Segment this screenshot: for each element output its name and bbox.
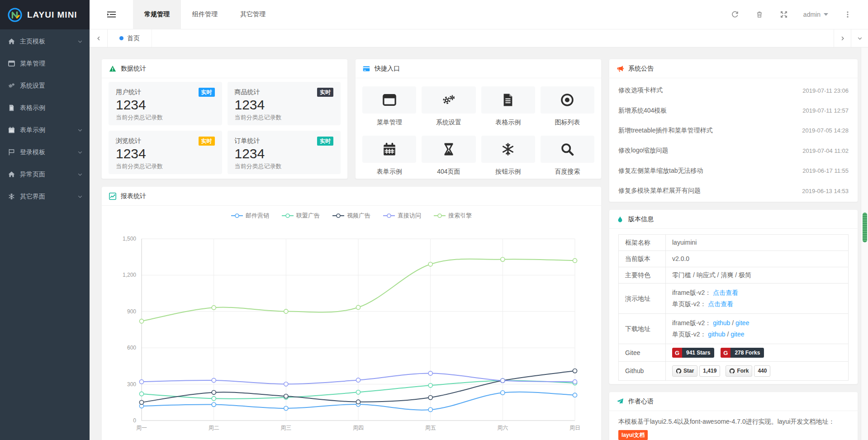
gitee-badge[interactable]: G941 Stars bbox=[672, 348, 714, 358]
announcement-date: 2019-07-04 11:02 bbox=[802, 147, 849, 154]
tab-operations-button[interactable] bbox=[851, 29, 868, 47]
github-count[interactable]: 1,419 bbox=[699, 365, 720, 377]
github-fork-button[interactable]: Fork bbox=[726, 365, 752, 377]
svg-text:1,200: 1,200 bbox=[123, 272, 136, 278]
version-link[interactable]: 点击查看 bbox=[713, 289, 738, 296]
quick-entry-label: 表格示例 bbox=[481, 118, 535, 127]
report-chart[interactable]: 03006009001,2001,500周一周二周三周四周五周六周日 bbox=[102, 206, 601, 440]
svg-text:周日: 周日 bbox=[569, 425, 580, 431]
stat-box-2: 商品统计实时1234当前分类总记录数 bbox=[228, 82, 341, 125]
quick-entry-label: 图标列表 bbox=[541, 118, 594, 127]
quick-entry-8[interactable]: 百度搜索 bbox=[541, 136, 594, 176]
file-icon bbox=[8, 104, 20, 111]
legend-item-2[interactable]: 联盟广告 bbox=[282, 212, 320, 220]
quick-entry-5[interactable]: 表单示例 bbox=[362, 136, 416, 176]
announcement-item-5[interactable]: 修复左侧菜单缩放tab无法移动2019-06-17 11:55 bbox=[618, 161, 849, 181]
version-row-value: layuimini bbox=[666, 235, 849, 251]
github-star-button[interactable]: Star bbox=[672, 365, 697, 377]
main-area: 常规管理组件管理其它管理 admin 首页 bbox=[90, 0, 868, 440]
quick-entry-6[interactable]: 404页面 bbox=[422, 136, 475, 176]
hamburger-icon bbox=[107, 11, 116, 18]
snowflake-icon bbox=[8, 193, 20, 200]
clear-cache-button[interactable] bbox=[747, 11, 772, 18]
tab-scroll-left-button[interactable] bbox=[90, 29, 108, 47]
author-line1: 本模板基于layui2.5.4以及font-awesome-4.7.0进行实现。… bbox=[618, 418, 835, 425]
legend-label: 视频广告 bbox=[347, 212, 370, 220]
window-icon bbox=[362, 86, 416, 114]
brand-logo[interactable]: LAYUI MINI bbox=[0, 0, 90, 29]
sidebar-item-4[interactable]: 表格示例 bbox=[0, 97, 90, 119]
chevron-down-icon bbox=[77, 128, 83, 133]
version-link[interactable]: github bbox=[713, 319, 730, 326]
sidebar-item-2[interactable]: 菜单管理 bbox=[0, 52, 90, 75]
sidebar-item-6[interactable]: 登录模板 bbox=[0, 141, 90, 163]
user-dropdown[interactable]: admin bbox=[796, 11, 835, 18]
tabbar-spacer bbox=[152, 29, 834, 47]
version-link[interactable]: github bbox=[708, 331, 725, 338]
quick-entry-3[interactable]: 表格示例 bbox=[481, 86, 535, 127]
more-menu-button[interactable] bbox=[835, 11, 860, 18]
sidebar-item-5[interactable]: 表单示例 bbox=[0, 119, 90, 141]
announcement-item-6[interactable]: 修复多模块菜单栏展开有问题2019-06-13 14:53 bbox=[618, 181, 849, 201]
github-button-label: Fork bbox=[737, 367, 749, 375]
report-chart-body: 邮件营销联盟广告视频广告直接访问搜索引擎 03006009001,2001,50… bbox=[102, 206, 601, 440]
quick-entry-1[interactable]: 菜单管理 bbox=[362, 86, 416, 127]
quick-entry-4[interactable]: 图标列表 bbox=[541, 86, 594, 127]
svg-text:周二: 周二 bbox=[209, 425, 219, 431]
sidebar-item-7[interactable]: 异常页面 bbox=[0, 163, 90, 185]
stat-label: 用户统计 bbox=[116, 88, 141, 96]
card-title: 系统公告 bbox=[628, 65, 654, 73]
quick-entry-7[interactable]: 按钮示例 bbox=[481, 136, 535, 176]
system-announcement-card: 系统公告 修改选项卡样式2019-07-11 23:06新增系统404模板201… bbox=[609, 59, 858, 202]
version-row-1: 框架名称layuimini bbox=[619, 235, 849, 251]
collapse-sidebar-button[interactable] bbox=[90, 0, 133, 29]
svg-text:周六: 周六 bbox=[497, 425, 508, 431]
tab-home[interactable]: 首页 bbox=[108, 29, 152, 47]
tab-scroll-right-button[interactable] bbox=[834, 29, 851, 47]
version-link[interactable]: gitee bbox=[730, 331, 744, 338]
legend-item-3[interactable]: 视频广告 bbox=[332, 212, 370, 220]
version-row-value: iframe版-v2： github / gitee单页版-v2： github… bbox=[666, 314, 849, 344]
card-title: 作者心语 bbox=[628, 397, 654, 406]
calendar-icon bbox=[362, 136, 416, 163]
quick-entry-2[interactable]: 系统设置 bbox=[422, 86, 475, 127]
chevron-down-icon bbox=[77, 39, 83, 44]
version-link[interactable]: gitee bbox=[735, 319, 749, 326]
fullscreen-button[interactable] bbox=[772, 11, 796, 18]
scrollbar-thumb[interactable] bbox=[863, 213, 867, 242]
legend-item-4[interactable]: 直接访问 bbox=[383, 212, 421, 220]
gitee-logo-icon: G bbox=[721, 348, 730, 358]
refresh-button[interactable] bbox=[723, 11, 747, 18]
module-tabs: 常规管理组件管理其它管理 bbox=[133, 0, 277, 29]
legend-item-5[interactable]: 搜索引擎 bbox=[434, 212, 472, 220]
legend-item-1[interactable]: 邮件营销 bbox=[231, 212, 269, 220]
gitee-badge-label: 941 Stars bbox=[682, 348, 714, 358]
module-tab-2[interactable]: 组件管理 bbox=[181, 0, 229, 29]
announcement-title: 修改logo缩放问题 bbox=[618, 147, 668, 155]
version-info-card: 版本信息 框架名称layuimini当前版本v2.0.0主要特色零门槛 / 响应… bbox=[609, 209, 858, 384]
version-link[interactable]: 点击查看 bbox=[708, 300, 733, 308]
announcement-item-4[interactable]: 修改logo缩放问题2019-07-04 11:02 bbox=[618, 141, 849, 161]
scrollbar-track[interactable] bbox=[861, 47, 868, 440]
sidebar-item-3[interactable]: 系统设置 bbox=[0, 75, 90, 97]
sidebar-item-1[interactable]: 主页模板 bbox=[0, 30, 90, 52]
gitee-badge[interactable]: G278 Forks bbox=[721, 348, 764, 358]
github-count[interactable]: 440 bbox=[754, 365, 770, 377]
dot-circle-icon bbox=[541, 86, 594, 114]
quick-entry-label: 按钮示例 bbox=[481, 168, 535, 176]
module-tab-1[interactable]: 常规管理 bbox=[133, 0, 181, 29]
announcement-item-1[interactable]: 修改选项卡样式2019-07-11 23:06 bbox=[618, 80, 849, 100]
sidebar-item-8[interactable]: 其它界面 bbox=[0, 185, 90, 208]
version-row-5: 下载地址iframe版-v2： github / gitee单页版-v2： gi… bbox=[619, 314, 849, 344]
announcement-item-3[interactable]: 新增treetable插件和菜单管理样式2019-07-05 14:28 bbox=[618, 121, 849, 141]
module-tab-3[interactable]: 其它管理 bbox=[229, 0, 277, 29]
active-tab-dot-icon bbox=[119, 36, 123, 40]
sidebar-item-label: 其它界面 bbox=[20, 193, 45, 201]
warning-triangle-icon bbox=[109, 65, 116, 72]
app: LAYUI MINI 主页模板菜单管理系统设置表格示例表单示例登录模板异常页面其… bbox=[0, 0, 868, 440]
refresh-icon bbox=[731, 11, 739, 18]
layui-doc-badge[interactable]: layui文档 bbox=[618, 430, 648, 440]
announcement-item-2[interactable]: 新增系统404模板2019-07-11 12:57 bbox=[618, 100, 849, 120]
svg-text:900: 900 bbox=[127, 308, 136, 315]
svg-text:0: 0 bbox=[133, 417, 136, 424]
